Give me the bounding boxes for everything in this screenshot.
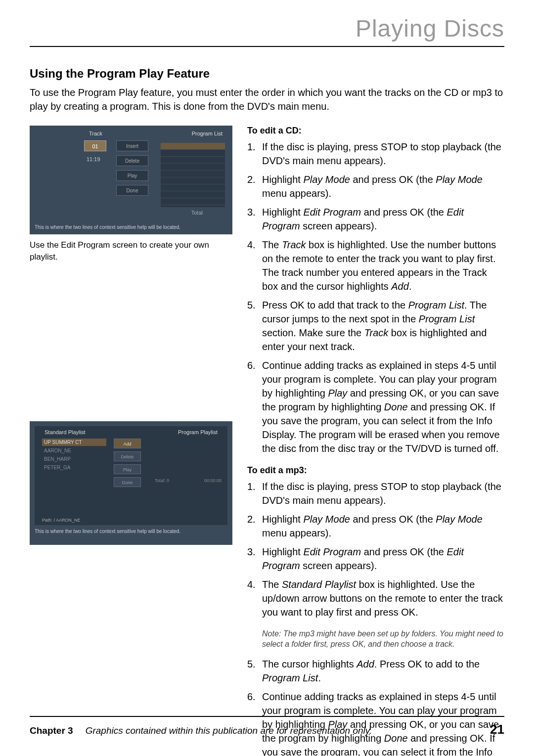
edit-program-mp3-screenshot: Standard Playlist Program Playlist UP SU… — [30, 421, 232, 545]
footer-chapter: Chapter 3 — [30, 725, 73, 736]
duration-value: 00:00:00 — [204, 478, 222, 483]
program-list-label: Program List — [192, 131, 222, 136]
section-intro: To use the Program Play feature, you mus… — [30, 86, 504, 113]
mp3-steps-cont: 5.The cursor highlights Add. Press OK to… — [247, 657, 504, 756]
section-heading: Using the Program Play Feature — [30, 67, 504, 81]
step-number: 4. — [247, 578, 262, 619]
step-text: Highlight Edit Program and press OK (the… — [262, 545, 504, 573]
footer-page-number: 21 — [490, 722, 504, 737]
total-label: Total — [191, 210, 203, 216]
playlist-list: UP SUMMRY CT AARON_NE BEN_HARP PETER_GA — [42, 439, 106, 472]
step-number: 2. — [247, 173, 262, 200]
info-path: Path: / AARON_NE — [42, 518, 81, 523]
step-number: 5. — [247, 657, 262, 685]
step-text: Highlight Play Mode and press OK (the Pl… — [262, 512, 504, 540]
mp3-heading: To edit a mp3: — [247, 465, 504, 476]
list-item: BEN_HARP — [42, 455, 106, 463]
screenshot-1-caption: Use the Edit Program screen to create yo… — [30, 239, 232, 263]
step-text: Press OK to add that track to the Progra… — [262, 298, 504, 354]
step-number: 3. — [247, 205, 262, 233]
cd-steps: 1.If the disc is playing, press STOP to … — [247, 140, 504, 455]
step-text: If the disc is playing, press STOP to st… — [262, 140, 504, 168]
step-number: 6. — [247, 358, 262, 455]
list-item: AARON_NE — [42, 447, 106, 454]
page-footer: Chapter 3 Graphics contained within this… — [30, 716, 504, 737]
standard-playlist-label: Standard Playlist — [44, 429, 86, 435]
step-text: Highlight Play Mode and press OK (the Pl… — [262, 173, 504, 200]
program-playlist-grid: Total: 0 00:00:00 — [155, 439, 222, 483]
track-label: Track — [89, 131, 102, 136]
step-text: The Track box is highlighted. Use the nu… — [262, 238, 504, 293]
page-header-title: Playing Discs — [30, 15, 504, 47]
mp3-steps: 1.If the disc is playing, press STOP to … — [247, 480, 504, 619]
footer-graphics-note: Graphics contained within this publicati… — [86, 725, 490, 736]
step-number: 3. — [247, 545, 262, 573]
list-item: UP SUMMRY CT — [42, 439, 106, 446]
track-input: 01 — [84, 140, 106, 151]
add-button: Add — [114, 439, 141, 448]
cd-heading: To edit a CD: — [247, 126, 504, 136]
program-playlist-label: Program Playlist — [178, 429, 218, 435]
step-number: 1. — [247, 140, 262, 168]
step-text: The Standard Playlist box is highlighted… — [262, 578, 504, 619]
insert-button: Insert — [116, 140, 148, 151]
delete-button: Delete — [116, 155, 148, 166]
step-text: Continue adding tracks as explained in s… — [262, 358, 504, 455]
done-button: Done — [116, 185, 148, 196]
step-number: 2. — [247, 512, 262, 540]
step-text: Highlight Edit Program and press OK (the… — [262, 205, 504, 233]
mp3-note: Note: The mp3 might have been set up by … — [262, 629, 504, 650]
play-button: Play — [114, 464, 141, 474]
step-number: 1. — [247, 480, 262, 507]
delete-button: Delete — [114, 451, 141, 461]
program-list-grid — [161, 143, 225, 207]
edit-program-cd-screenshot: Track Program List 01 Insert 11:19 Delet… — [30, 126, 232, 234]
play-button: Play — [116, 170, 148, 181]
step-number: 4. — [247, 238, 262, 293]
done-button: Done — [114, 477, 141, 487]
step-number: 5. — [247, 298, 262, 354]
step-text: The cursor highlights Add. Press OK to a… — [262, 657, 504, 685]
total-value: Total: 0 — [155, 478, 169, 483]
step-text: If the disc is playing, press STOP to st… — [262, 480, 504, 507]
help-text-2: This is where the two lines of context s… — [35, 528, 227, 534]
list-item: PETER_GA — [42, 464, 106, 471]
help-text: This is where the two lines of context s… — [35, 224, 180, 230]
time-value: 11:19 — [87, 156, 100, 162]
